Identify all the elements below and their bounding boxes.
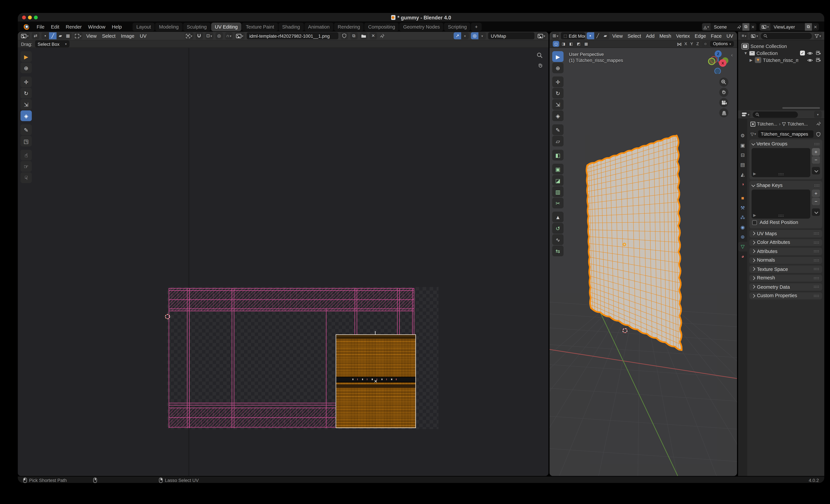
remove-vertex-group-button[interactable]: − — [812, 156, 820, 164]
uv-snap-target-dropdown[interactable]: ⊡▾ — [205, 32, 213, 39]
uv-image-open-folder-icon[interactable] — [360, 32, 367, 39]
vp-pan-hand-icon[interactable] — [719, 88, 728, 97]
drag-mode-intersect[interactable]: ▩ — [583, 41, 589, 47]
add-vertex-group-button[interactable]: ＋ — [812, 148, 820, 156]
workspace-tab-rendering[interactable]: Rendering — [334, 23, 364, 31]
list-resize-grip[interactable] — [778, 214, 784, 217]
uv-tool-select-box[interactable]: ▶ — [21, 51, 32, 62]
uv-tool-transform[interactable]: ◈ — [21, 111, 32, 121]
collection-checkbox[interactable]: ✓ — [800, 51, 805, 56]
vp-zoom-icon[interactable] — [719, 77, 728, 87]
uv-map-field[interactable]: UVMap — [488, 32, 534, 39]
drag-mode-invert[interactable]: ◩ — [575, 41, 582, 47]
vp-tool-bevel[interactable]: ◪ — [552, 175, 564, 186]
workspace-tab-texture-paint[interactable]: Texture Paint — [242, 23, 278, 31]
tab-physics[interactable]: ◉ — [738, 222, 747, 232]
mesh-data-browse-button[interactable]: ▽▾ — [749, 130, 757, 138]
blender-logo-icon[interactable] — [23, 24, 29, 30]
uv-snap-magnet-toggle[interactable] — [196, 32, 203, 39]
uv-menu-image[interactable]: Image — [119, 32, 136, 39]
panel-grip-icon[interactable] — [814, 143, 820, 145]
vp-menu-mesh[interactable]: Mesh — [658, 32, 673, 39]
vp-tool-smooth[interactable]: ∿ — [552, 234, 564, 245]
uv-image-browse-button[interactable]: ▾ — [235, 32, 244, 39]
workspace-tab-geometry-nodes[interactable]: Geometry Nodes — [400, 23, 444, 31]
uv-image-fake-user-shield-icon[interactable] — [340, 32, 348, 39]
vertex-groups-list[interactable]: ▶ — [752, 148, 810, 177]
breadcrumb-data[interactable]: Tütchen... — [788, 121, 808, 126]
tab-scene[interactable]: ◭ — [738, 170, 747, 179]
vp-menu-uv[interactable]: UV — [725, 32, 735, 39]
uv-tool-relax[interactable]: ☞ — [21, 161, 32, 172]
vp-tool-select-box[interactable]: ▶ — [552, 51, 564, 62]
tab-object-data[interactable]: ▽ — [738, 242, 747, 251]
navigation-gizmo[interactable]: Z X — [707, 49, 731, 74]
uv-proportional-falloff-dropdown[interactable]: ∩▾ — [225, 32, 232, 39]
panel-attributes[interactable]: Attributes — [749, 248, 822, 255]
uv-tool-rip-region[interactable]: ◳ — [21, 136, 32, 147]
uv-image-copy-icon[interactable]: ⧉ — [350, 32, 357, 39]
panel-normals[interactable]: Normals — [749, 257, 822, 264]
tab-object[interactable]: ■ — [738, 193, 747, 203]
snap-options-icon[interactable]: ○ — [702, 41, 709, 47]
outliner-filter-dropdown[interactable]: ▾ — [813, 32, 822, 39]
tab-constraints[interactable]: ⊛ — [738, 232, 747, 242]
select-mode-vertex[interactable]: ▪ — [586, 32, 594, 39]
vp-tool-inset-faces[interactable]: ▣ — [552, 164, 564, 175]
viewlayer-browse-button[interactable]: ▾ — [760, 23, 770, 31]
uv-zoom-icon[interactable] — [537, 52, 543, 59]
menu-edit[interactable]: Edit — [47, 23, 62, 31]
vertex-groups-header[interactable]: Vertex Groups — [752, 140, 820, 147]
uv-sync-selection-toggle[interactable]: ⇄ — [32, 32, 39, 39]
select-mode-edge[interactable]: ╱ — [594, 32, 601, 39]
mesh-fake-user-shield-icon[interactable] — [815, 130, 822, 138]
scene-browse-button[interactable]: ◬▾ — [702, 23, 710, 31]
tab-modifiers[interactable]: ⚒ — [738, 203, 747, 213]
tab-tool[interactable]: ⚙ — [738, 131, 747, 140]
vp-tool-rotate[interactable]: ↻ — [552, 88, 564, 99]
vp-tool-edge-slide[interactable]: ⇆ — [552, 246, 564, 256]
expand-arrow-icon-right[interactable]: ▶ — [749, 58, 753, 62]
outliner-row-scene-collection[interactable]: Scene Collection — [738, 42, 824, 50]
uv-pin-icon[interactable] — [379, 33, 384, 38]
uv-menu-uv[interactable]: UV — [138, 32, 148, 39]
vp-tool-move[interactable]: ✛ — [552, 76, 564, 87]
mirror-x-toggle[interactable]: X — [683, 41, 689, 47]
panel-texture-space[interactable]: Texture Space — [749, 265, 822, 273]
vp-tool-extrude-region[interactable]: ◧ — [552, 150, 564, 160]
workspace-tab-shading[interactable]: Shading — [278, 23, 304, 31]
uv-2d-cursor[interactable] — [164, 313, 171, 320]
scene-pin-icon[interactable] — [735, 23, 742, 31]
vp-camera-view-icon[interactable] — [719, 98, 728, 107]
vp-menu-view[interactable]: View — [611, 32, 624, 39]
drag-mode-subtract[interactable]: ◧ — [568, 41, 574, 47]
panel-remesh[interactable]: Remesh — [749, 275, 822, 282]
scene-new-copy-button[interactable]: ⧉ — [742, 23, 749, 31]
outliner-row-object[interactable]: ▶ ▼ Tütchen_rissc_mappes — [738, 57, 824, 64]
tab-material[interactable]: ◕ — [738, 252, 747, 261]
workspace-tab-sculpting[interactable]: Sculpting — [183, 23, 211, 31]
drag-mode-extend[interactable]: ◨ — [560, 41, 567, 47]
uv-tool-cursor[interactable]: ⊕ — [21, 62, 32, 73]
uv-select-mode-island[interactable]: ▦ — [64, 32, 71, 39]
add-rest-position-checkbox[interactable] — [752, 220, 757, 225]
viewlayer-remove-button[interactable]: ✕ — [812, 23, 819, 31]
list-resize-grip[interactable] — [778, 173, 784, 176]
vp-menu-face[interactable]: Face — [709, 32, 723, 39]
vp-tool-transform[interactable]: ◈ — [552, 111, 564, 121]
panel-geometry-data[interactable]: Geometry Data — [749, 283, 822, 290]
uv-gizmos-dropdown[interactable]: ▾ — [461, 32, 469, 39]
options-dropdown[interactable]: Options▾ — [710, 41, 734, 47]
workspace-tab-animation[interactable]: Animation — [304, 23, 333, 31]
properties-search-input[interactable] — [753, 111, 798, 118]
menu-help[interactable]: Help — [108, 23, 125, 31]
uv-sticky-selection-dropdown[interactable]: ▾ — [74, 32, 83, 39]
uv-tool-annotate[interactable]: ✎ — [21, 124, 32, 135]
vp-menu-select[interactable]: Select — [626, 32, 643, 39]
vp-tool-knife[interactable]: ✂ — [552, 197, 564, 208]
workspace-tab-compositing[interactable]: Compositing — [364, 23, 399, 31]
panel-color-attributes[interactable]: Color Attributes — [749, 239, 822, 246]
properties-editor-type-button[interactable]: ▾ — [741, 111, 751, 118]
vp-tool-annotate[interactable]: ✎ — [552, 124, 564, 135]
workspace-tab-layout[interactable]: Layout — [133, 23, 155, 31]
